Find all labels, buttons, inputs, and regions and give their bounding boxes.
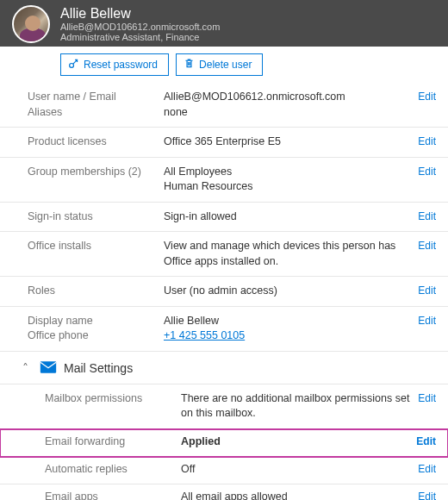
delete-user-label: Delete user <box>199 59 252 71</box>
label-licenses: Product licenses <box>28 134 164 150</box>
label-display: Display name Office phone <box>28 314 164 344</box>
key-icon <box>68 58 79 72</box>
value-roles: User (no admin access) <box>164 284 418 299</box>
row-groups: Group memberships (2) All Employees Huma… <box>0 158 448 203</box>
value-signin: Sign-in allowed <box>164 209 418 225</box>
row-automatic-replies: Automatic replies Off Edit <box>0 457 448 484</box>
edit-automatic-replies[interactable]: Edit <box>418 462 436 475</box>
row-email-forwarding: Email forwarding Applied Edit <box>0 429 448 457</box>
edit-display[interactable]: Edit <box>418 314 436 327</box>
mail-icon <box>40 360 57 377</box>
row-display: Display name Office phone Allie Bellew +… <box>0 307 448 352</box>
svg-rect-1 <box>40 361 56 372</box>
value-licenses: Office 365 Enterprise E5 <box>164 134 418 150</box>
value-email-apps: All email apps allowed <box>181 490 418 501</box>
user-jobtitle: Administrative Assistant, Finance <box>60 32 220 42</box>
row-mailbox-permissions: Mailbox permissions There are no additio… <box>0 384 448 429</box>
value-automatic-replies: Off <box>181 462 418 478</box>
value-mailbox-permissions: There are no additional mailbox permissi… <box>181 391 418 422</box>
label-roles: Roles <box>28 284 164 299</box>
row-email-apps: Email apps All email apps allowed Edit <box>0 484 448 501</box>
edit-username[interactable]: Edit <box>418 90 436 103</box>
details-list: User name / Email Aliases AllieB@MOD1066… <box>0 83 448 500</box>
reset-password-label: Reset password <box>84 59 158 71</box>
chevron-up-icon: ˄ <box>22 361 33 375</box>
value-groups: All Employees Human Resources <box>164 165 418 195</box>
mail-settings-title: Mail Settings <box>64 361 133 375</box>
phone-link[interactable]: +1 425 555 0105 <box>164 329 245 341</box>
value-installs: View and manage which devices this perso… <box>164 239 418 269</box>
row-signin: Sign-in status Sign-in allowed Edit <box>0 203 448 233</box>
row-installs: Office installs View and manage which de… <box>0 232 448 277</box>
user-header: Allie Bellew AllieB@MOD106612.onmicrosof… <box>0 0 448 47</box>
user-name: Allie Bellew <box>60 6 220 22</box>
value-email-forwarding: Applied <box>181 434 416 450</box>
row-licenses: Product licenses Office 365 Enterprise E… <box>0 128 448 158</box>
delete-user-button[interactable]: Delete user <box>176 53 263 76</box>
label-email-forwarding: Email forwarding <box>45 434 181 450</box>
label-automatic-replies: Automatic replies <box>45 462 181 478</box>
edit-email-apps[interactable]: Edit <box>418 490 436 501</box>
edit-installs[interactable]: Edit <box>418 239 436 252</box>
trash-icon <box>184 58 195 72</box>
edit-email-forwarding[interactable]: Edit <box>416 434 436 447</box>
value-username: AllieB@MOD106612.onmicrosoft.com none <box>164 90 418 120</box>
edit-groups[interactable]: Edit <box>418 165 436 178</box>
edit-roles[interactable]: Edit <box>418 284 436 297</box>
row-roles: Roles User (no admin access) Edit <box>0 277 448 307</box>
edit-signin[interactable]: Edit <box>418 209 436 222</box>
edit-mailbox-permissions[interactable]: Edit <box>418 391 436 404</box>
row-username: User name / Email Aliases AllieB@MOD1066… <box>0 83 448 128</box>
action-row: Reset password Delete user <box>0 47 448 83</box>
edit-licenses[interactable]: Edit <box>418 134 436 147</box>
label-mailbox-permissions: Mailbox permissions <box>45 391 181 407</box>
user-email: AllieB@MOD106612.onmicrosoft.com <box>60 22 220 32</box>
label-installs: Office installs <box>28 239 164 254</box>
label-email-apps: Email apps <box>45 490 181 501</box>
label-username: User name / Email Aliases <box>28 90 164 120</box>
value-display: Allie Bellew +1 425 555 0105 <box>164 314 418 344</box>
mail-settings-header[interactable]: ˄ Mail Settings <box>0 352 448 384</box>
reset-password-button[interactable]: Reset password <box>60 53 169 76</box>
avatar <box>12 5 50 43</box>
label-groups: Group memberships (2) <box>28 165 164 180</box>
user-info: Allie Bellew AllieB@MOD106612.onmicrosof… <box>60 6 220 42</box>
svg-point-0 <box>70 64 74 68</box>
label-signin: Sign-in status <box>28 209 164 225</box>
